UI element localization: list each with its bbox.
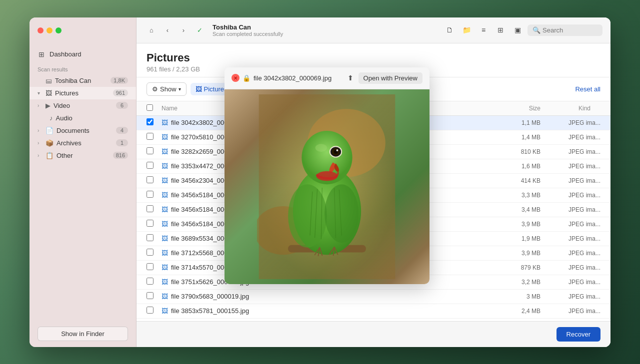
row-checkbox-col[interactable] [146, 205, 162, 214]
file-kind-col: JPEG ima... [540, 308, 600, 315]
minimize-button[interactable] [46, 27, 52, 33]
row-checkbox-col[interactable] [146, 176, 162, 185]
open-with-preview-button[interactable]: Open with Preview [358, 72, 422, 84]
file-kind-col: JPEG ima... [540, 134, 600, 141]
chevron-down-icon: ▾ [38, 90, 42, 96]
row-checkbox[interactable] [146, 118, 154, 125]
panel-view-button[interactable]: ▣ [510, 23, 524, 37]
reset-all-button[interactable]: Reset all [575, 85, 600, 93]
sidebar-item-video[interactable]: › ▶ Video 6 [30, 99, 136, 112]
recover-button[interactable]: Recover [556, 327, 600, 342]
file-kind-col: JPEG ima... [540, 148, 600, 155]
file-size-col: 1,9 MB [500, 235, 540, 242]
row-checkbox-col[interactable] [146, 118, 162, 127]
show-in-finder-button[interactable]: Show in Finder [38, 327, 128, 341]
row-checkbox-col[interactable] [146, 278, 162, 287]
back-button[interactable]: ‹ [160, 23, 174, 37]
row-checkbox-col[interactable] [146, 292, 162, 301]
file-size-col: 879 KB [500, 264, 540, 271]
file-name-label: file 3853x5781_000155.jpg [171, 307, 249, 315]
preview-share-icon[interactable]: ⬆ [348, 74, 354, 82]
file-kind-col: JPEG ima... [540, 119, 600, 126]
forward-button[interactable]: › [176, 23, 190, 37]
file-kind-col: JPEG ima... [540, 177, 600, 184]
home-button[interactable]: ⌂ [144, 23, 158, 37]
search-input[interactable] [542, 26, 598, 34]
row-checkbox[interactable] [146, 307, 154, 314]
sidebar-item-toshiba-can[interactable]: 🖴 Toshiba Can 1,8K [30, 74, 136, 87]
row-checkbox[interactable] [146, 205, 154, 212]
preview-header: ✕ 🔒 file 3042x3802_000069.jpg ⬆ Open wit… [224, 67, 430, 89]
row-checkbox[interactable] [146, 176, 154, 183]
file-kind-col: JPEG ima... [540, 192, 600, 199]
file-icon-button[interactable]: 🗋 [442, 23, 456, 37]
row-checkbox-col[interactable] [146, 234, 162, 243]
header-checkbox-col [146, 104, 162, 112]
row-checkbox-col[interactable] [146, 191, 162, 200]
row-checkbox[interactable] [146, 234, 154, 241]
sidebar-item-audio[interactable]: ♪ Audio [30, 112, 136, 124]
audio-icon: ♪ [50, 114, 53, 122]
pictures-chip-icon: 🖼 [196, 85, 202, 93]
search-box[interactable]: 🔍 [528, 24, 602, 36]
file-type-icon: 🖼 [162, 177, 168, 184]
grid-icon: ⊞ [38, 50, 46, 58]
show-filter-button[interactable]: ⚙ Show ▾ [146, 82, 186, 96]
sidebar-item-other[interactable]: › 📋 Other 816 [30, 149, 136, 162]
row-checkbox[interactable] [146, 162, 154, 169]
file-type-icon: 🖼 [162, 206, 168, 213]
row-checkbox-col[interactable] [146, 249, 162, 258]
file-kind-col: JPEG ima... [540, 250, 600, 257]
toolbar-title-area: Toshiba Can Scan completed successfully [212, 23, 438, 37]
drive-icon: 🖴 [46, 77, 52, 84]
file-kind-col: JPEG ima... [540, 163, 600, 170]
sidebar-item-archives[interactable]: › 📦 Archives 1 [30, 137, 136, 149]
chevron-right-icon: › [38, 128, 42, 133]
row-checkbox[interactable] [146, 263, 154, 270]
show-label: Show [160, 85, 176, 93]
row-checkbox[interactable] [146, 147, 154, 154]
grid-view-button[interactable]: ⊞ [494, 23, 508, 37]
chevron-right-icon: › [38, 140, 42, 146]
file-kind-col: JPEG ima... [540, 206, 600, 213]
row-checkbox[interactable] [146, 220, 154, 227]
sidebar-item-pictures[interactable]: ▾ 🖼 Pictures 961 [30, 87, 136, 99]
list-view-button[interactable]: ≡ [476, 23, 490, 37]
maximize-button[interactable] [56, 27, 62, 33]
row-checkbox[interactable] [146, 191, 154, 198]
row-checkbox[interactable] [146, 292, 154, 299]
sidebar-item-dashboard[interactable]: ⊞ Dashboard [30, 47, 136, 61]
toolbar-actions: 🗋 📁 ≡ ⊞ ▣ 🔍 [442, 23, 602, 37]
select-all-checkbox[interactable] [146, 104, 153, 111]
table-row[interactable]: 🖼 file 3790x5683_000019.jpg 3 MB JPEG im… [136, 290, 610, 304]
close-button[interactable] [38, 27, 44, 33]
show-chevron-icon: ▾ [178, 86, 181, 92]
check-button[interactable]: ✓ [192, 23, 206, 37]
device-name: Toshiba Can [212, 23, 283, 31]
sidebar-content: ⊞ Dashboard Scan results 🖴 Toshiba Can 1… [30, 43, 136, 321]
sidebar-item-label: Pictures [55, 89, 110, 97]
sidebar-item-documents[interactable]: › 📄 Documents 4 [30, 124, 136, 137]
traffic-lights [38, 27, 62, 33]
row-checkbox-col[interactable] [146, 147, 162, 156]
file-type-icon: 🖼 [162, 264, 168, 271]
chevron-right-icon: › [38, 153, 42, 158]
row-checkbox[interactable] [146, 278, 154, 285]
row-checkbox[interactable] [146, 249, 154, 256]
row-checkbox-col[interactable] [146, 133, 162, 142]
folder-icon-button[interactable]: 📁 [460, 23, 474, 37]
row-checkbox-col[interactable] [146, 263, 162, 272]
sidebar-item-label: Video [54, 102, 113, 109]
file-kind-col: JPEG ima... [540, 235, 600, 242]
file-size-col: 2,4 MB [500, 308, 540, 315]
row-checkbox[interactable] [146, 133, 154, 140]
row-checkbox-col[interactable] [146, 162, 162, 171]
row-name-col: 🖼 file 3790x5683_000019.jpg [162, 293, 500, 300]
sidebar-item-label: Audio [56, 114, 128, 122]
table-row[interactable]: 🖼 file 3853x5781_000155.jpg 2,4 MB JPEG … [136, 304, 610, 319]
file-type-icon: 🖼 [162, 162, 168, 170]
row-checkbox-col[interactable] [146, 307, 162, 316]
row-checkbox-col[interactable] [146, 220, 162, 229]
preview-close-button[interactable]: ✕ [232, 74, 240, 82]
sidebar-titlebar [30, 17, 136, 43]
